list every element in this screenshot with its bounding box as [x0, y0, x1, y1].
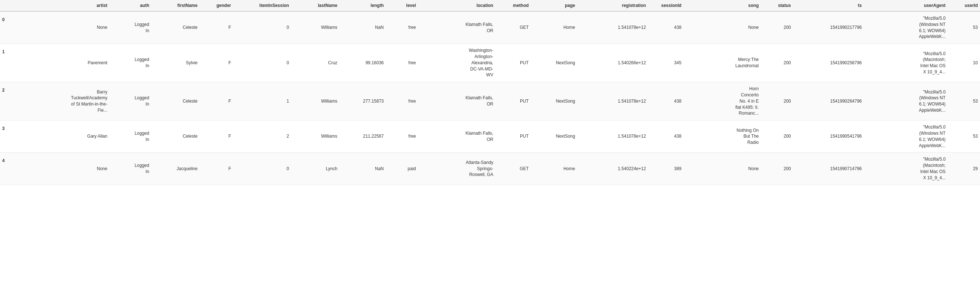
cell-userAgent: "Mozilla/5.0(Windows NT6.1; WOW64)AppleW… — [864, 82, 948, 121]
table-row: 0NoneLoggedInCelesteF0WilliamsNaNfreeKla… — [0, 11, 980, 44]
cell-length: 277.15873 — [340, 82, 386, 121]
column-header-userAgent: userAgent — [864, 0, 948, 11]
cell-itemInSession: 0 — [233, 11, 291, 44]
cell-artist: None — [26, 153, 110, 185]
cell-status: 200 — [761, 44, 793, 82]
cell-status: 200 — [761, 82, 793, 121]
column-header-length: length — [340, 0, 386, 11]
cell-method: PUT — [495, 82, 531, 121]
cell-sessionId: 389 — [648, 153, 683, 185]
cell-firstName: Celeste — [151, 82, 200, 121]
cell-index: 1 — [0, 44, 26, 82]
cell-artist: None — [26, 11, 110, 44]
cell-location: Washington-Arlington-Alexandria,DC-VA-MD… — [418, 44, 495, 82]
column-header-sessionId: sessionId — [648, 0, 683, 11]
cell-registration: 1.540266e+12 — [577, 44, 648, 82]
cell-itemInSession: 0 — [233, 153, 291, 185]
column-header-gender: gender — [200, 0, 233, 11]
cell-index: 2 — [0, 82, 26, 121]
cell-level: free — [386, 82, 418, 121]
cell-sessionId: 438 — [648, 11, 683, 44]
cell-artist: Pavement — [26, 44, 110, 82]
cell-registration: 1.541078e+12 — [577, 121, 648, 153]
cell-song: Mercy:TheLaundromat — [684, 44, 761, 82]
cell-page: Home — [531, 11, 577, 44]
cell-registration: 1.541078e+12 — [577, 11, 648, 44]
cell-userId: 10 — [948, 44, 980, 82]
cell-length: 211.22567 — [340, 121, 386, 153]
cell-status: 200 — [761, 153, 793, 185]
cell-song: HornConcertoNo. 4 in Eflat K495: II.Roma… — [684, 82, 761, 121]
column-header-method: method — [495, 0, 531, 11]
cell-auth: LoggedIn — [110, 121, 151, 153]
table-row: 3Gary AllanLoggedInCelesteF2Williams211.… — [0, 121, 980, 153]
cell-method: PUT — [495, 44, 531, 82]
cell-lastName: Lynch — [291, 153, 339, 185]
cell-auth: LoggedIn — [110, 153, 151, 185]
column-header-itemInSession: itemInSession — [233, 0, 291, 11]
cell-auth: LoggedIn — [110, 44, 151, 82]
cell-userId: 29 — [948, 153, 980, 185]
table-row: 4NoneLoggedInJacquelineF0LynchNaNpaidAtl… — [0, 153, 980, 185]
cell-firstName: Celeste — [151, 121, 200, 153]
cell-registration: 1.540224e+12 — [577, 153, 648, 185]
cell-song: Nothing OnBut TheRadio — [684, 121, 761, 153]
cell-index: 3 — [0, 121, 26, 153]
cell-level: free — [386, 121, 418, 153]
cell-ts: 1541990217796 — [793, 11, 864, 44]
column-header-location: location — [418, 0, 495, 11]
cell-length: 99.16036 — [340, 44, 386, 82]
cell-userAgent: "Mozilla/5.0(Macintosh;Intel Mac OSX 10_… — [864, 153, 948, 185]
cell-length: NaN — [340, 11, 386, 44]
cell-gender: F — [200, 153, 233, 185]
cell-lastName: Williams — [291, 121, 339, 153]
cell-page: NextSong — [531, 82, 577, 121]
cell-lastName: Cruz — [291, 44, 339, 82]
cell-length: NaN — [340, 153, 386, 185]
cell-userId: 53 — [948, 11, 980, 44]
column-header-ts: ts — [793, 0, 864, 11]
table-row: 1PavementLoggedInSylvieF0Cruz99.16036fre… — [0, 44, 980, 82]
column-header-level: level — [386, 0, 418, 11]
cell-location: Atlanta-SandySprings-Roswell, GA — [418, 153, 495, 185]
cell-song: None — [684, 153, 761, 185]
cell-page: Home — [531, 153, 577, 185]
cell-userId: 53 — [948, 121, 980, 153]
table-row: 2BarryTuckwell/Academyof St Martin-in-th… — [0, 82, 980, 121]
cell-location: Klamath Falls,OR — [418, 121, 495, 153]
cell-song: None — [684, 11, 761, 44]
cell-method: GET — [495, 153, 531, 185]
cell-index: 4 — [0, 153, 26, 185]
cell-gender: F — [200, 11, 233, 44]
cell-lastName: Williams — [291, 82, 339, 121]
data-table: artistauthfirstNamegenderitemInSessionla… — [0, 0, 980, 185]
cell-ts: 1541990258796 — [793, 44, 864, 82]
cell-method: GET — [495, 11, 531, 44]
cell-auth: LoggedIn — [110, 11, 151, 44]
column-header-userId: userId — [948, 0, 980, 11]
column-header-lastName: lastName — [291, 0, 339, 11]
column-header-auth: auth — [110, 0, 151, 11]
cell-location: Klamath Falls,OR — [418, 82, 495, 121]
cell-ts: 1541990714796 — [793, 153, 864, 185]
cell-registration: 1.541078e+12 — [577, 82, 648, 121]
cell-gender: F — [200, 82, 233, 121]
cell-page: NextSong — [531, 121, 577, 153]
cell-location: Klamath Falls,OR — [418, 11, 495, 44]
cell-page: NextSong — [531, 44, 577, 82]
cell-gender: F — [200, 121, 233, 153]
cell-artist: BarryTuckwell/Academyof St Martin-in-the… — [26, 82, 110, 121]
cell-status: 200 — [761, 121, 793, 153]
cell-lastName: Williams — [291, 11, 339, 44]
cell-method: PUT — [495, 121, 531, 153]
cell-itemInSession: 1 — [233, 82, 291, 121]
cell-sessionId: 438 — [648, 82, 683, 121]
cell-ts: 1541990541796 — [793, 121, 864, 153]
column-header-artist: artist — [26, 0, 110, 11]
cell-itemInSession: 2 — [233, 121, 291, 153]
cell-firstName: Sylvie — [151, 44, 200, 82]
cell-level: free — [386, 11, 418, 44]
cell-level: free — [386, 44, 418, 82]
cell-sessionId: 438 — [648, 121, 683, 153]
cell-userAgent: "Mozilla/5.0(Windows NT6.1; WOW64)AppleW… — [864, 11, 948, 44]
